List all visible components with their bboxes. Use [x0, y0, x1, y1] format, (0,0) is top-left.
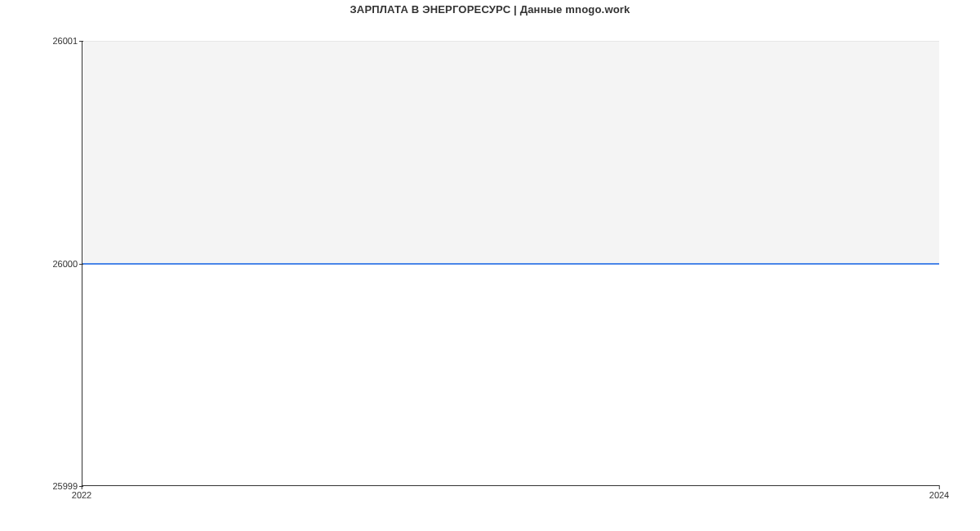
y-tick-label: 26000	[37, 259, 78, 269]
chart-container: ЗАРПЛАТА В ЭНЕРГОРЕСУРС | Данные mnogo.w…	[0, 0, 980, 531]
x-tick-label: 2022	[72, 490, 91, 500]
grid-line	[82, 41, 939, 42]
y-tick-label: 26001	[37, 36, 78, 46]
plot-area	[82, 41, 939, 486]
series-fill	[82, 41, 939, 264]
plot-inner	[82, 41, 939, 485]
series-line	[82, 263, 939, 265]
x-tick-label: 2024	[929, 490, 949, 500]
chart-title: ЗАРПЛАТА В ЭНЕРГОРЕСУРС | Данные mnogo.w…	[0, 3, 980, 16]
